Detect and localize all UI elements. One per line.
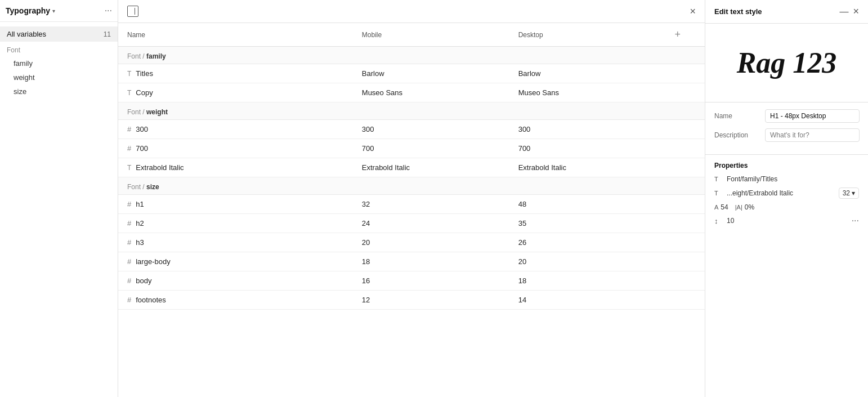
table-row[interactable]: #large-body1820 — [118, 252, 705, 271]
cell-desktop: Barlow — [509, 64, 666, 83]
description-input[interactable] — [765, 128, 860, 142]
text-type-icon: T — [127, 164, 131, 172]
cell-mobile: 12 — [353, 291, 509, 310]
text-weight-icon: T — [714, 190, 723, 197]
cell-actions — [666, 158, 705, 177]
row-name: 300 — [136, 125, 148, 133]
table-section-font-weight: Font / weight — [118, 102, 705, 120]
section-label-bold: weight — [146, 108, 168, 116]
sidebar-group-font-label: Font — [0, 42, 118, 56]
cell-desktop: 35 — [509, 214, 666, 233]
cell-name-wrap: #h3 — [127, 238, 344, 247]
prop-metrics-row: A 54 |A| 0% — [714, 203, 859, 211]
cell-name-wrap: #footnotes — [127, 296, 344, 304]
cell-desktop: 14 — [509, 291, 666, 310]
font-weight-value-box[interactable]: 32 ▾ — [839, 188, 859, 199]
cell-actions — [666, 83, 705, 102]
section-label-bold: family — [146, 52, 166, 60]
cell-desktop: 18 — [509, 271, 666, 291]
cell-actions — [666, 252, 705, 271]
cell-mobile: 32 — [353, 195, 509, 214]
letter-spacing-value: 0% — [745, 203, 754, 211]
cell-desktop: 48 — [509, 195, 666, 214]
cell-desktop: Museo Sans — [509, 83, 666, 102]
close-button[interactable]: × — [690, 6, 696, 16]
table-row[interactable]: #footnotes1214 — [118, 291, 705, 310]
sidebar: Typography ▾ ··· All variables 11 Font f… — [0, 0, 118, 397]
table-row[interactable]: #h32026 — [118, 233, 705, 252]
text-type-icon: T — [127, 70, 131, 78]
name-input[interactable] — [765, 109, 860, 123]
col-header-add[interactable]: + — [666, 23, 705, 47]
sidebar-item-all-variables[interactable]: All variables 11 — [0, 26, 118, 42]
cell-desktop: 700 — [509, 139, 666, 158]
cell-mobile: 18 — [353, 252, 509, 271]
hash-icon: # — [127, 125, 131, 133]
table-row[interactable]: #h13248 — [118, 195, 705, 214]
name-label: Name — [714, 112, 765, 120]
cell-name-wrap: #h1 — [127, 200, 344, 208]
variables-table: Name Mobile Desktop + Font / familyTTitl… — [118, 23, 705, 310]
cell-actions — [666, 139, 705, 158]
preview-text: Rag 123 — [737, 46, 837, 79]
edit-panel: Edit text style — × Rag 123 Name Descrip… — [705, 0, 868, 397]
sidebar-title-wrap[interactable]: Typography ▾ — [6, 6, 55, 15]
variables-table-container: Name Mobile Desktop + Font / familyTTitl… — [118, 23, 705, 397]
hash-icon: # — [127, 257, 131, 266]
col-header-desktop: Desktop — [509, 23, 666, 47]
table-section-font-family: Font / family — [118, 47, 705, 64]
hash-icon: # — [127, 296, 131, 304]
description-field-row: Description — [714, 128, 859, 142]
sidebar-item-weight[interactable]: weight — [0, 70, 118, 84]
panel-toggle-icon[interactable] — [127, 6, 138, 17]
row-name: Extrabold Italic — [136, 163, 184, 172]
cell-actions — [666, 291, 705, 310]
cell-desktop: 300 — [509, 120, 666, 139]
row-name: large-body — [136, 257, 170, 266]
table-row[interactable]: TCopyMuseo SansMuseo Sans — [118, 83, 705, 102]
minimize-button[interactable]: — — [839, 7, 848, 16]
sidebar-item-size[interactable]: size — [0, 84, 118, 99]
all-variables-count: 11 — [104, 30, 111, 38]
table-row[interactable]: #body1618 — [118, 271, 705, 291]
add-column-button[interactable]: + — [675, 29, 681, 41]
main-content: × Name Mobile Desktop + Font / familyTTi… — [118, 0, 705, 397]
table-row[interactable]: TTitlesBarlowBarlow — [118, 64, 705, 83]
sidebar-variables-section: All variables 11 Font family weight size — [0, 22, 118, 103]
cell-mobile: 700 — [353, 139, 509, 158]
edit-close-button[interactable]: × — [853, 6, 859, 17]
hash-icon: # — [127, 219, 131, 228]
row-name: footnotes — [136, 296, 166, 304]
more-options-button[interactable]: ··· — [105, 6, 112, 16]
property-font-weight-row: T ...eight/Extrabold Italic 32 ▾ — [714, 188, 859, 199]
table-row[interactable]: #300300300 — [118, 120, 705, 139]
cell-name-wrap: #700 — [127, 144, 344, 153]
cell-name-wrap: #h2 — [127, 219, 344, 228]
table-section-font-size: Font / size — [118, 177, 705, 195]
cell-actions — [666, 233, 705, 252]
cell-actions — [666, 271, 705, 291]
row-name: Copy — [136, 88, 153, 97]
table-row[interactable]: #700700700 — [118, 139, 705, 158]
table-row[interactable]: TExtrabold ItalicExtrabold ItalicExtrabo… — [118, 158, 705, 177]
name-field-row: Name — [714, 109, 859, 123]
cell-mobile: 300 — [353, 120, 509, 139]
cell-desktop: 26 — [509, 233, 666, 252]
property-font-family-row: T Font/family/Titles — [714, 175, 859, 183]
hash-icon: # — [127, 200, 131, 208]
letter-spacing-metric: |A| 0% — [735, 203, 754, 211]
cell-mobile: 20 — [353, 233, 509, 252]
sidebar-item-family[interactable]: family — [0, 56, 118, 70]
description-label: Description — [714, 131, 765, 139]
table-row[interactable]: #h22435 — [118, 214, 705, 233]
more-options-button[interactable]: ··· — [852, 216, 859, 226]
cell-name-wrap: TTitles — [127, 69, 344, 78]
row-name: h3 — [136, 238, 144, 247]
hash-icon: # — [127, 238, 131, 247]
properties-section: Properties T Font/family/Titles T ...eig… — [705, 155, 868, 233]
cell-actions — [666, 120, 705, 139]
row-name: Titles — [136, 69, 153, 78]
row-name: body — [136, 276, 151, 285]
chevron-down-icon: ▾ — [52, 8, 55, 14]
chevron-down-icon: ▾ — [852, 189, 855, 197]
